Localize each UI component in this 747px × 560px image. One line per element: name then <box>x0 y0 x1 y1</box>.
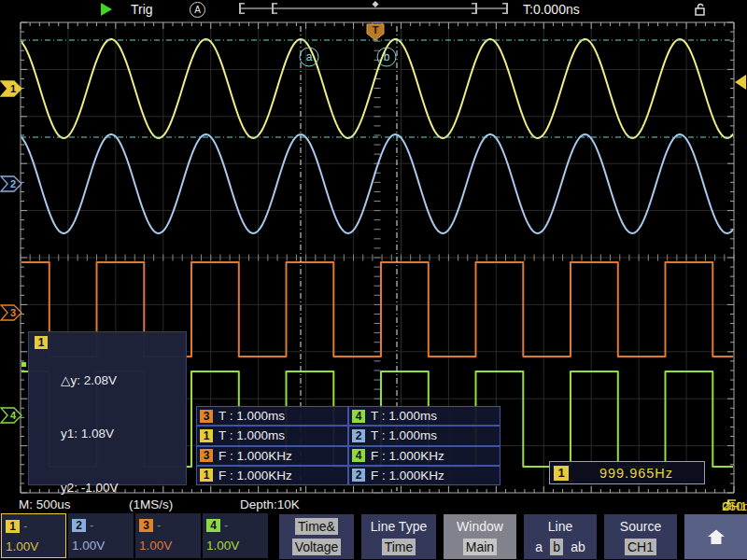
measure-ch4-period: 4T : 1.000ms <box>348 406 500 426</box>
run-play-icon[interactable] <box>101 3 112 16</box>
memory-depth-readout: Depth:10K <box>240 497 300 511</box>
frequency-counter: 1 999.965Hz <box>549 461 705 484</box>
ch1-scale: 1.00V <box>6 539 38 553</box>
freq-counter-value: 999.965Hz <box>569 466 704 481</box>
channel-1-status[interactable]: 1- 1.00V <box>1 513 66 558</box>
ch4-scale: 1.00V <box>206 539 239 553</box>
menu-source[interactable]: Source CH1 <box>604 514 677 559</box>
cursor-panel-channel-badge: 1 <box>35 336 48 349</box>
menu-time-voltage[interactable]: Time& Voltage <box>279 514 354 559</box>
svg-text:2: 2 <box>10 178 16 189</box>
freq-counter-channel-badge: 1 <box>554 466 569 481</box>
trig-status-label: Trig <box>131 2 153 17</box>
channel-3-status[interactable]: 3- 1.00V <box>135 513 201 558</box>
menu-window[interactable]: Window Main <box>444 514 516 559</box>
measure-ch4-freq: 4F : 1.000KHz <box>348 446 500 466</box>
auto-trigger-icon: A <box>190 2 205 18</box>
measure-ch3-freq: 3F : 1.000KHz <box>196 446 348 466</box>
measurement-panel: 3T : 1.000ms 4T : 1.000ms 1T : 1.000ms 2… <box>196 406 500 485</box>
trigger-time-readout: T:0.000ns <box>523 2 580 17</box>
measure-ch1-freq: 1F : 1.000KHz <box>196 466 348 485</box>
ch2-scale: 1.00V <box>72 539 105 553</box>
ch2-position-marker[interactable]: 2 <box>1 176 21 191</box>
timebase-readout: M: 500us <box>19 497 71 511</box>
cursor-a-label: a <box>306 50 313 63</box>
ch1-coupling: - <box>23 519 27 533</box>
cursor-measure-panel: 1 △y: 2.08V y1: 1.08V y2: -1.00V △x: 1.0… <box>28 331 187 485</box>
sample-rate-readout: (1MS/s) <box>129 497 173 511</box>
line-option-b[interactable]: b <box>550 539 563 555</box>
ch2-waveform <box>21 134 734 233</box>
svg-text:1: 1 <box>10 83 16 94</box>
ch4-ref-tick <box>21 362 26 367</box>
cursor-y1: y1: 1.08V <box>61 425 134 442</box>
trigger-settings-readout: CH1:DC- 260mV <box>722 497 738 511</box>
cursor-b-label: b <box>384 50 390 63</box>
trigger-flag-letter: T <box>373 24 379 35</box>
oscilloscope-screen: abT1234 Trig A T:0.000ns 1 △y: 2.08V y1:… <box>0 0 747 560</box>
ch3-scale: 1.00V <box>139 539 172 553</box>
menu-cursor-line[interactable]: Line a b ab <box>524 514 597 559</box>
cursor-delta-y: △y: 2.08V <box>61 371 134 389</box>
svg-text:3: 3 <box>10 307 16 318</box>
menu-line-type[interactable]: Line Type Time <box>361 514 436 559</box>
ch1-position-marker[interactable]: 1 <box>1 81 21 96</box>
measure-ch1-period: 1T : 1.000ms <box>196 426 348 445</box>
ch2-coupling: - <box>90 518 93 532</box>
ch4-position-marker[interactable]: 4 <box>1 408 21 423</box>
channel-4-status[interactable]: 4- 1.00V <box>203 513 268 558</box>
ch3-coupling: - <box>157 518 161 532</box>
cursor-y2: y2: -1.00V <box>61 479 134 497</box>
line-option-ab[interactable]: ab <box>571 539 585 554</box>
ch4-coupling: - <box>224 518 228 532</box>
line-option-a[interactable]: a <box>535 539 543 554</box>
bottom-menu-bar: 1- 1.00V 2- 1.00V 3- 1.00V 4- 1.00V Time… <box>0 513 747 560</box>
trigger-level-marker[interactable] <box>735 75 746 90</box>
ch3-position-marker[interactable]: 3 <box>1 305 21 320</box>
top-status-bar: Trig A T:0.000ns <box>0 0 747 19</box>
unlock-icon[interactable] <box>693 2 708 17</box>
home-icon <box>706 528 726 546</box>
svg-text:4: 4 <box>10 410 17 421</box>
measure-ch2-period: 2T : 1.000ms <box>348 426 500 445</box>
channel-2-status[interactable]: 2- 1.00V <box>68 513 134 558</box>
measure-ch2-freq: 2F : 1.000KHz <box>348 466 500 485</box>
status-bar: M: 500us (1MS/s) Depth:10K CH1:DC- 260mV <box>0 496 747 513</box>
memory-window-indicator[interactable] <box>233 0 514 19</box>
measure-ch3-period: 3T : 1.000ms <box>196 406 348 426</box>
home-button[interactable] <box>684 514 747 559</box>
